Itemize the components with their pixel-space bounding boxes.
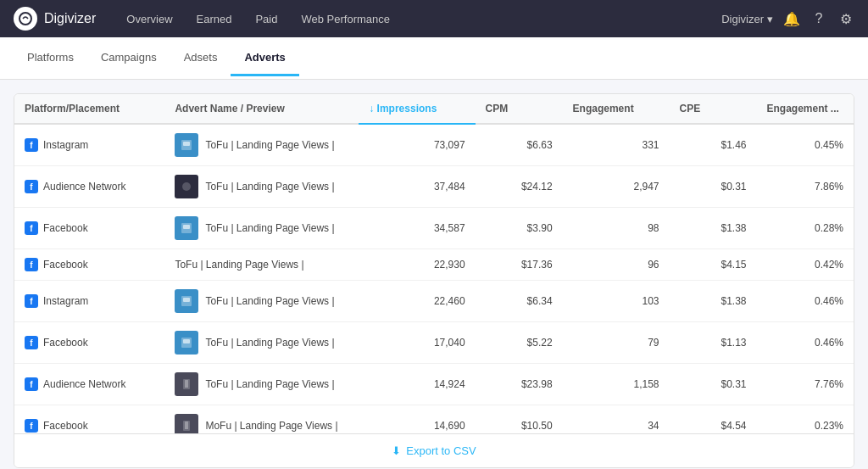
cell-cpm: $5.22 (476, 322, 563, 364)
tab-platforms[interactable]: Platforms (14, 41, 87, 76)
ad-name-text: ToFu | Landing Page Views | (205, 181, 334, 193)
cell-cpe: $1.13 (670, 322, 757, 364)
col-header-cpe[interactable]: CPE (670, 94, 757, 124)
logo[interactable]: Digivizer (14, 7, 96, 31)
notifications-icon[interactable]: 🔔 (783, 10, 800, 27)
table-row: f Instagram ToFu | Landing Page Views | … (14, 281, 854, 322)
ad-thumbnail (175, 372, 198, 396)
download-icon: ⬇ (392, 444, 401, 457)
export-csv-button[interactable]: ⬇ Export to CSV (392, 444, 476, 457)
col-header-engagement[interactable]: Engagement (563, 94, 670, 124)
ad-name-text: ToFu | Landing Page Views | (205, 295, 334, 307)
tab-campaigns[interactable]: Campaigns (87, 41, 170, 76)
cell-adname: ToFu | Landing Page Views | (164, 249, 359, 281)
cell-adname: ToFu | Landing Page Views | (164, 208, 359, 249)
cell-adname: ToFu | Landing Page Views | (164, 364, 359, 405)
cell-platform: f Instagram (14, 281, 164, 322)
facebook-icon: f (25, 419, 38, 433)
table-row: f Audience Network ToFu | Landing Page V… (14, 166, 854, 208)
cell-engrate: 7.76% (757, 364, 854, 405)
platform-name: Facebook (43, 222, 88, 234)
table-header-row: Platform/Placement Advert Name / Preview… (14, 94, 854, 124)
facebook-icon: f (25, 294, 38, 308)
platform-cell: f Facebook (25, 258, 154, 271)
facebook-icon: f (25, 258, 38, 271)
data-table: Platform/Placement Advert Name / Preview… (14, 94, 854, 433)
svg-point-3 (182, 182, 191, 191)
table-row: f Audience Network ToFu | Landing Page V… (14, 364, 854, 405)
platform-cell: f Facebook (25, 419, 154, 433)
cell-impressions: 37,484 (359, 166, 475, 208)
cell-platform: f Audience Network (14, 364, 164, 405)
cell-cpm: $6.63 (476, 124, 563, 166)
table-container: Platform/Placement Advert Name / Preview… (14, 93, 854, 468)
platform-name: Facebook (43, 337, 88, 349)
facebook-icon: f (25, 138, 38, 152)
nav-earned[interactable]: Earned (186, 8, 242, 31)
cell-impressions: 34,587 (359, 208, 475, 249)
table-row: f Facebook MoFu | Landing Page Views | 1… (14, 405, 854, 434)
tab-adverts[interactable]: Adverts (231, 41, 298, 76)
col-header-engrate[interactable]: Engagement ... (757, 94, 854, 124)
platform-cell: f Audience Network (25, 377, 154, 391)
cell-platform: f Facebook (14, 322, 164, 364)
ad-thumbnail (175, 414, 198, 433)
logo-icon (14, 7, 37, 31)
platform-cell: f Audience Network (25, 180, 154, 193)
cell-cpe: $1.46 (670, 124, 757, 166)
cell-engrate: 0.46% (757, 322, 854, 364)
platform-cell: f Facebook (25, 221, 154, 235)
cell-impressions: 14,924 (359, 364, 475, 405)
facebook-icon: f (25, 377, 38, 391)
cell-impressions: 22,460 (359, 281, 475, 322)
table-scroll[interactable]: Platform/Placement Advert Name / Preview… (14, 94, 854, 433)
nav-web-performance[interactable]: Web Performance (291, 8, 400, 31)
platform-cell: f Facebook (25, 336, 154, 349)
cell-adname: MoFu | Landing Page Views | (164, 405, 359, 434)
ad-name-text: ToFu | Landing Page Views | (175, 259, 303, 271)
cell-engagement: 103 (563, 281, 670, 322)
cell-platform: f Facebook (14, 249, 164, 281)
ad-name-text: MoFu | Landing Page Views | (205, 420, 337, 432)
svg-rect-5 (183, 225, 190, 229)
col-header-platform[interactable]: Platform/Placement (14, 94, 164, 124)
export-bar: ⬇ Export to CSV (14, 433, 854, 467)
cell-impressions: 22,930 (359, 249, 475, 281)
table-row: f Facebook ToFu | Landing Page Views | 2… (14, 249, 854, 281)
svg-rect-2 (183, 142, 190, 146)
settings-icon[interactable]: ⚙ (837, 10, 854, 27)
cell-cpe: $4.15 (670, 249, 757, 281)
ad-preview-cell: ToFu | Landing Page Views | (175, 331, 348, 355)
platform-name: Audience Network (43, 181, 125, 193)
tab-adsets[interactable]: Adsets (170, 41, 231, 76)
cell-cpm: $17.36 (476, 249, 563, 281)
ad-thumbnail (175, 289, 198, 313)
help-icon[interactable]: ? (810, 10, 827, 27)
ad-thumbnail (175, 175, 198, 198)
nav-overview[interactable]: Overview (116, 8, 182, 31)
col-header-cpm[interactable]: CPM (476, 94, 563, 124)
platform-cell: f Instagram (25, 294, 154, 308)
cell-cpe: $0.31 (670, 166, 757, 208)
ad-name-text: ToFu | Landing Page Views | (205, 378, 334, 390)
logo-text: Digivizer (44, 11, 96, 26)
col-header-adname[interactable]: Advert Name / Preview (164, 94, 359, 124)
ad-name-text: ToFu | Landing Page Views | (205, 222, 334, 234)
ad-preview-cell: ToFu | Landing Page Views | (175, 372, 348, 396)
svg-rect-13 (185, 422, 188, 429)
cell-engagement: 1,158 (563, 364, 670, 405)
navbar-right: Digivizer ▾ 🔔 ? ⚙ (721, 10, 854, 27)
svg-rect-7 (183, 298, 190, 302)
cell-platform: f Facebook (14, 405, 164, 434)
ad-preview-cell: ToFu | Landing Page Views | (175, 133, 348, 157)
col-header-impressions[interactable]: ↓ Impressions (359, 94, 475, 124)
tabs-bar: Platforms Campaigns Adsets Adverts (0, 37, 868, 80)
user-menu-button[interactable]: Digivizer ▾ (721, 13, 773, 25)
cell-engagement: 96 (563, 249, 670, 281)
nav-paid[interactable]: Paid (245, 8, 287, 31)
table-row: f Facebook ToFu | Landing Page Views | 3… (14, 208, 854, 249)
cell-cpe: $0.31 (670, 364, 757, 405)
cell-cpe: $1.38 (670, 208, 757, 249)
cell-engrate: 0.42% (757, 249, 854, 281)
ad-preview-cell: ToFu | Landing Page Views | (175, 175, 348, 198)
